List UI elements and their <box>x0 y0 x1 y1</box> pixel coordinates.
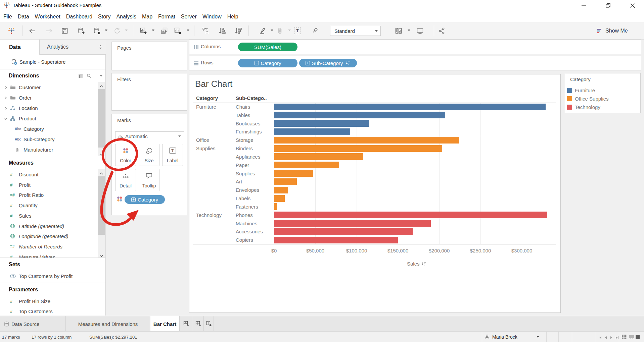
nav-prev-icon[interactable] <box>603 335 608 341</box>
dropdown-caret[interactable] <box>187 30 189 31</box>
share-button[interactable] <box>439 26 445 36</box>
measure-quantity[interactable]: #Quantity <box>0 200 97 211</box>
nav-last-icon[interactable] <box>615 335 619 341</box>
format-link-button[interactable] <box>277 26 283 36</box>
minimize-button[interactable] <box>580 1 588 10</box>
bar-supplies[interactable] <box>274 170 313 177</box>
columns-shelf[interactable]: ColumnsSUM(Sales) <box>189 40 641 54</box>
measure-latitude-generated-[interactable]: Latitude (generated) <box>0 221 97 231</box>
dropdown-caret[interactable] <box>105 30 107 31</box>
menu-item-data[interactable]: Data <box>18 14 29 20</box>
view-mode-caret[interactable] <box>372 26 380 36</box>
dimension-product[interactable]: Product <box>0 113 97 124</box>
swap-axes-button[interactable] <box>201 26 209 36</box>
pane-menu-caret[interactable] <box>100 75 102 77</box>
dimension-category[interactable]: AbcCategory <box>0 124 97 134</box>
menu-item-window[interactable]: Window <box>202 14 222 20</box>
save-button[interactable] <box>61 26 68 36</box>
full-view-icon[interactable] <box>635 335 640 340</box>
dropdown-caret[interactable] <box>288 30 291 31</box>
bar-bookcases[interactable] <box>274 120 369 127</box>
sub-category-pill[interactable]: +Sub-Category <box>299 59 357 67</box>
presentation-mode-button[interactable] <box>416 26 424 36</box>
menu-item-help[interactable]: Help <box>227 14 238 20</box>
bar-paper[interactable] <box>274 162 339 168</box>
dropdown-caret[interactable] <box>152 30 154 31</box>
pause-updates-button[interactable] <box>93 26 101 36</box>
dimension-location[interactable]: Location <box>0 103 97 113</box>
scroll-thumb[interactable] <box>98 176 105 235</box>
restore-button[interactable] <box>604 1 612 10</box>
clear-sheet-button[interactable] <box>174 26 182 36</box>
menu-item-server[interactable]: Server <box>181 14 197 20</box>
legend-entry-technology[interactable]: Technology <box>567 104 600 110</box>
filmstrip-icon[interactable] <box>629 335 634 340</box>
view-mode-select[interactable]: Standard <box>330 26 381 36</box>
category-pill[interactable]: −Category <box>238 59 297 67</box>
parameter-profit-bin-size[interactable]: #Profit Bin Size <box>0 296 97 306</box>
new-story-tab[interactable] <box>204 316 214 332</box>
close-button[interactable] <box>628 1 637 10</box>
new-dashboard-tab[interactable] <box>193 316 204 332</box>
user-menu[interactable]: Maria Brock <box>485 332 517 342</box>
menu-item-file[interactable]: File <box>3 14 12 20</box>
chevron-right-icon[interactable] <box>4 107 9 110</box>
new-worksheet-button[interactable] <box>140 26 147 36</box>
measure-profit[interactable]: #Profit <box>0 180 97 190</box>
tooltip-button[interactable]: Tooltip <box>139 169 159 191</box>
dimension-manufacturer[interactable]: Manufacturer <box>0 145 97 155</box>
new-worksheet-tab[interactable] <box>180 316 193 332</box>
show-cards-button[interactable] <box>395 26 402 36</box>
chevron-right-icon[interactable] <box>4 96 9 100</box>
sort-ascending-button[interactable] <box>218 26 226 36</box>
datasource-item[interactable]: Sample - Superstore <box>0 55 105 69</box>
chevron-right-icon[interactable] <box>4 86 9 89</box>
fix-axes-button[interactable] <box>312 26 319 36</box>
measure-sales[interactable]: #Sales <box>0 211 97 221</box>
dropdown-caret[interactable] <box>125 30 128 31</box>
measure-discount[interactable]: #Discount <box>0 169 97 180</box>
bar-labels[interactable] <box>274 195 285 202</box>
mark-type-select[interactable]: Automatic <box>115 131 184 141</box>
bar-appliances[interactable] <box>274 153 363 160</box>
color-button[interactable]: Color <box>115 144 136 166</box>
duplicate-button[interactable] <box>160 26 168 36</box>
menu-item-dashboard[interactable]: Dashboard <box>66 14 92 20</box>
sum-sales-pill[interactable]: SUM(Sales) <box>238 43 297 51</box>
legend-entry-furniture[interactable]: Furniture <box>567 88 595 93</box>
bar-phones[interactable] <box>274 212 547 218</box>
bar-storage[interactable] <box>274 137 459 144</box>
nav-next-icon[interactable] <box>609 335 614 341</box>
sheet-sorter-icon[interactable] <box>622 335 627 340</box>
set-top-customers-by-profit[interactable]: Top Customers by Profit <box>0 271 97 281</box>
legend-entry-office-supplies[interactable]: Office Supplies <box>567 96 609 102</box>
tableau-logo-toolbar[interactable] <box>8 26 15 36</box>
bar-binders[interactable] <box>274 145 442 152</box>
redo-button[interactable] <box>45 26 53 36</box>
measure-measure-values[interactable]: #Measure Values <box>0 252 97 258</box>
menu-item-story[interactable]: Story <box>98 14 110 20</box>
category-pill-marks[interactable]: +Category <box>125 195 165 204</box>
tab-measures-and-dimensions[interactable]: Measures and Dimensions <box>66 316 150 332</box>
user-menu-caret[interactable] <box>537 336 539 338</box>
scroll-thumb[interactable] <box>98 89 105 148</box>
tab-bar-chart[interactable]: Bar Chart <box>150 316 180 332</box>
tab-data[interactable]: Data <box>0 40 40 55</box>
label-button[interactable]: TLabel <box>162 144 183 166</box>
parameter-top-customers[interactable]: #Top Customers <box>0 306 97 317</box>
size-button[interactable]: Size <box>139 144 159 166</box>
measure-profit-ratio[interactable]: =#Profit Ratio <box>0 190 97 200</box>
menu-item-format[interactable]: Format <box>158 14 175 20</box>
rows-shelf[interactable]: Rows−Category+Sub-Category <box>189 56 641 70</box>
measure-longitude-generated-[interactable]: Longitude (generated) <box>0 231 97 241</box>
scroll-up-arrow[interactable] <box>99 83 103 89</box>
nav-first-icon[interactable] <box>598 335 602 341</box>
dropdown-caret[interactable] <box>408 30 410 31</box>
refresh-button[interactable] <box>113 26 121 36</box>
bar-tables[interactable] <box>274 112 445 118</box>
dimension-customer[interactable]: Customer <box>0 82 97 93</box>
menu-item-worksheet[interactable]: Worksheet <box>35 14 60 20</box>
sort-descending-button[interactable] <box>234 26 242 36</box>
tab-analytics[interactable]: Analytics <box>40 40 106 55</box>
bar-machines[interactable] <box>274 220 431 227</box>
